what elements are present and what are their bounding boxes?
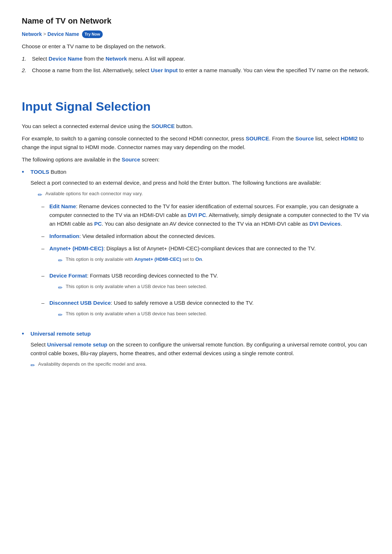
breadcrumb: Network > Device Name Try Now <box>22 30 370 38</box>
note-connector-vary: ✏ Available options for each connector m… <box>38 190 370 199</box>
section2-para2: For example, to switch to a gaming conso… <box>22 134 370 152</box>
bullet-list: • TOOLS Button Select a port connected t… <box>22 168 370 373</box>
bullet-tools: • TOOLS Button Select a port connected t… <box>22 168 370 326</box>
dash-1: – <box>41 202 46 211</box>
bullet-tools-content: TOOLS Button Select a port connected to … <box>30 168 370 326</box>
device-format-note: ✏ This option is only available when a U… <box>58 283 370 292</box>
universal-remote-label: Universal remote setup <box>30 331 91 337</box>
dash-device-format: – Device Format: Formats USB recording d… <box>41 271 370 295</box>
edit-name-label: Edit Name <box>49 203 76 209</box>
dash-list: – Edit Name: Rename devices connected to… <box>41 202 370 322</box>
disconnect-usb-content: Disconnect USB Device: Used to safely re… <box>49 299 370 322</box>
step-2-num: 2. <box>22 66 28 75</box>
note-icon-universal: ✏ <box>30 361 35 370</box>
tools-description: Select a port connected to an external d… <box>30 178 370 187</box>
bullet-universal-remote: • Universal remote setup Select Universa… <box>22 329 370 373</box>
universal-remote-description: Select Universal remote setup on the scr… <box>30 340 370 358</box>
device-format-content: Device Format: Formats USB recording dev… <box>49 271 370 295</box>
information-content: Information: View detailed information a… <box>49 232 370 241</box>
try-now-badge[interactable]: Try Now <box>82 30 103 38</box>
dash-edit-name: – Edit Name: Rename devices connected to… <box>41 202 370 228</box>
section2-para1: You can select a connected external devi… <box>22 122 370 131</box>
universal-remote-note-text: Availability depends on the specific mod… <box>38 361 147 368</box>
breadcrumb-network: Network <box>22 30 42 38</box>
note-icon-device-format: ✏ <box>58 283 63 292</box>
tools-sub-indent: ✏ Available options for each connector m… <box>38 190 370 322</box>
dash-information: – Information: View detailed information… <box>41 232 370 241</box>
step-1-text: Select Device Name from the Network menu… <box>32 54 185 63</box>
step-2-text: Choose a name from the list. Alternative… <box>32 66 369 75</box>
edit-name-content: Edit Name: Rename devices connected to t… <box>49 202 370 228</box>
step-1-num: 1. <box>22 54 28 63</box>
anynet-content: Anynet+ (HDMI-CEC): Displays a list of A… <box>49 244 370 268</box>
bullet-dot-2: • <box>22 329 27 338</box>
dash-disconnect-usb: – Disconnect USB Device: Used to safely … <box>41 299 370 322</box>
note-connector-vary-text: Available options for each connector may… <box>45 190 143 198</box>
breadcrumb-device-name: Device Name <box>48 30 79 38</box>
step-2: 2. Choose a name from the list. Alternat… <box>22 66 370 75</box>
anynet-note-text: This option is only available with Anyne… <box>66 256 203 263</box>
dash-2: – <box>41 232 46 241</box>
tools-label-suffix: Button <box>49 169 66 175</box>
dash-4: – <box>41 271 46 280</box>
dash-5: – <box>41 299 46 307</box>
step-1: 1. Select Device Name from the Network m… <box>22 54 370 63</box>
device-format-note-text: This option is only available when a USB… <box>66 283 207 291</box>
disconnect-usb-note: ✏ This option is only available when a U… <box>58 310 370 319</box>
dash-anynet: – Anynet+ (HDMI-CEC): Displays a list of… <box>41 244 370 268</box>
note-icon-1: ✏ <box>38 190 42 199</box>
note-icon-disconnect-usb: ✏ <box>58 311 63 319</box>
dash-3: – <box>41 244 46 253</box>
anynet-note: ✏ This option is only available with Any… <box>58 256 370 265</box>
universal-remote-content: Universal remote setup Select Universal … <box>30 329 370 373</box>
section1-title: Name of TV on Network <box>22 15 370 27</box>
note-icon-anynet: ✏ <box>58 256 63 265</box>
tools-label: TOOLS <box>30 169 49 175</box>
disconnect-usb-note-text: This option is only available when a USB… <box>66 310 207 318</box>
section1-steps: 1. Select Device Name from the Network m… <box>22 54 370 75</box>
breadcrumb-separator: > <box>43 30 46 38</box>
section2-para3: The following options are available in t… <box>22 155 370 164</box>
universal-remote-note: ✏ Availability depends on the specific m… <box>30 361 370 370</box>
section1-intro: Choose or enter a TV name to be displaye… <box>22 42 370 51</box>
section2-title: Input Signal Selection <box>22 97 370 116</box>
bullet-dot-1: • <box>22 168 27 177</box>
